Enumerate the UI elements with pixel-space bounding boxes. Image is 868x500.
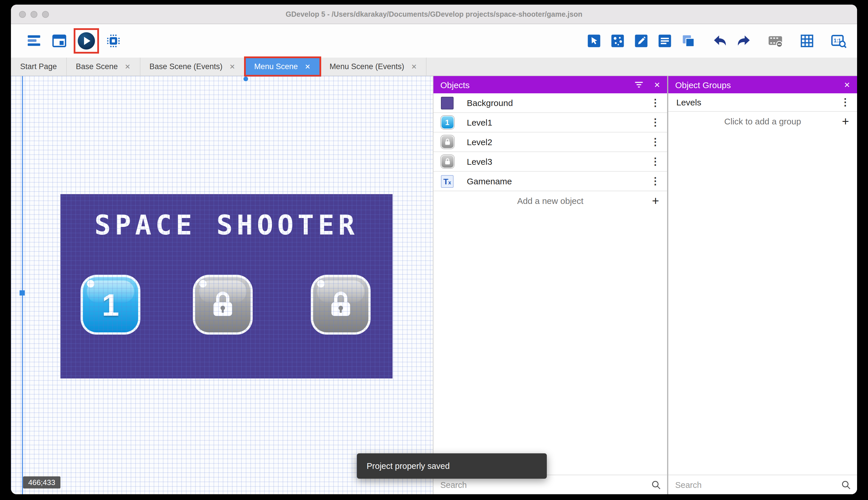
groups-search-input[interactable] [668, 479, 841, 490]
selection-handle[interactable] [244, 77, 248, 81]
add-object-row[interactable]: Add a new object + [433, 191, 667, 210]
object-groups-panel: Object Groups ✕ Levels ⋮ Click to add a … [667, 76, 857, 494]
objects-panel-spacer [433, 210, 667, 475]
tab-label: Menu Scene (Events) [329, 62, 404, 71]
tab-label: Menu Scene [254, 62, 298, 71]
search-icon[interactable] [841, 479, 851, 490]
lock-icon [208, 290, 238, 320]
toast-message: Project properly saved [367, 462, 450, 470]
background-swatch-icon [440, 96, 454, 110]
window-title: GDevelop 5 - /Users/dkarakay/Documents/G… [11, 10, 857, 18]
level-number: 1 [102, 287, 119, 322]
object-menu-icon[interactable]: ⋮ [644, 156, 667, 168]
objects-search-input[interactable] [433, 479, 651, 490]
undo-icon[interactable] [712, 33, 728, 49]
close-window-button[interactable] [19, 11, 26, 18]
main-area: SPACE SHOOTER 1 [11, 76, 857, 494]
close-icon[interactable]: ✕ [305, 62, 310, 70]
redo-icon[interactable] [736, 33, 752, 49]
game-title-text[interactable]: SPACE SHOOTER [60, 209, 392, 241]
tab-label: Base Scene [76, 62, 118, 71]
tab-base-scene[interactable]: Base Scene ✕ [67, 58, 140, 76]
desktop: GDevelop 5 - /Users/dkarakay/Documents/G… [0, 0, 868, 500]
scenes-icon[interactable] [51, 33, 67, 49]
object-row-level2[interactable]: Level2 ⋮ [433, 133, 667, 152]
text-object-icon: Tx [440, 174, 454, 188]
project-manager-icon[interactable] [26, 33, 42, 49]
add-object-plus-icon[interactable]: + [652, 191, 659, 210]
locked-button-icon [440, 155, 454, 169]
select-tool-icon[interactable] [586, 33, 602, 49]
level2-button-instance[interactable] [193, 275, 253, 335]
object-name: Level3 [467, 157, 644, 167]
selection-boundary-line [22, 76, 23, 494]
debugger-icon[interactable] [105, 33, 121, 49]
play-icon [78, 32, 95, 49]
level1-button-icon: 1 [440, 115, 454, 129]
groups-panel-spacer [668, 131, 857, 475]
close-icon[interactable]: ✕ [125, 62, 130, 70]
add-object-label: Add a new object [517, 196, 583, 206]
sparkle-decoration [199, 280, 207, 287]
selection-handle[interactable] [20, 290, 25, 296]
toast-notification: Project properly saved [357, 453, 547, 479]
object-name: Level1 [467, 117, 644, 127]
close-icon[interactable]: ✕ [230, 62, 235, 70]
object-row-level1[interactable]: 1 Level1 ⋮ [433, 113, 667, 133]
level3-button-instance[interactable] [311, 275, 371, 335]
titlebar: GDevelop 5 - /Users/dkarakay/Documents/G… [11, 4, 857, 24]
object-menu-icon[interactable]: ⋮ [644, 175, 667, 187]
group-name: Levels [676, 97, 833, 107]
add-group-label: Click to add a group [724, 116, 801, 126]
play-button[interactable] [77, 31, 96, 51]
object-menu-icon[interactable]: ⋮ [644, 116, 667, 128]
locked-button-icon [440, 135, 454, 149]
object-row-background[interactable]: Background ⋮ [433, 93, 667, 113]
sparkle-decoration [317, 280, 325, 287]
layers-icon[interactable] [680, 33, 696, 49]
tab-menu-scene[interactable]: Menu Scene ✕ [245, 58, 320, 76]
close-icon[interactable]: ✕ [411, 62, 417, 70]
object-groups-panel-header: Object Groups ✕ [668, 76, 857, 93]
gdevelop-window: GDevelop 5 - /Users/dkarakay/Documents/G… [11, 4, 857, 494]
tab-menu-scene-events[interactable]: Menu Scene (Events) ✕ [320, 58, 427, 76]
object-name: Background [467, 98, 644, 108]
lock-icon [326, 290, 356, 320]
sparkle-decoration [87, 280, 94, 287]
game-preview[interactable]: SPACE SHOOTER 1 [60, 194, 392, 378]
toolbar-left [26, 31, 121, 51]
cursor-coordinates: 466;433 [23, 476, 60, 488]
filter-icon[interactable] [634, 80, 644, 89]
add-group-plus-icon[interactable]: + [842, 112, 849, 131]
group-row-levels[interactable]: Levels ⋮ [668, 93, 857, 112]
scene-canvas[interactable]: SPACE SHOOTER 1 [11, 76, 433, 494]
close-panel-icon[interactable]: ✕ [844, 80, 850, 89]
object-row-level3[interactable]: Level3 ⋮ [433, 152, 667, 172]
toolbar: 1:1 [11, 24, 857, 58]
search-icon[interactable] [651, 479, 661, 490]
window-mask-icon[interactable] [767, 33, 783, 49]
zoom-1-1-icon[interactable]: 1:1 [831, 33, 847, 49]
tab-base-scene-events[interactable]: Base Scene (Events) ✕ [140, 58, 245, 76]
object-name: Gamename [467, 176, 644, 186]
object-groups-panel-title: Object Groups [675, 80, 833, 90]
minimize-window-button[interactable] [31, 11, 37, 18]
objects-panel-header: Objects ✕ [433, 76, 667, 93]
objects-panel-title: Objects [440, 80, 624, 90]
object-row-gamename[interactable]: Tx Gamename ⋮ [433, 172, 667, 191]
close-panel-icon[interactable]: ✕ [654, 80, 660, 89]
object-menu-icon[interactable]: ⋮ [644, 97, 667, 109]
particles-tool-icon[interactable] [610, 33, 626, 49]
group-menu-icon[interactable]: ⋮ [833, 96, 857, 108]
zoom-window-button[interactable] [42, 11, 49, 18]
object-menu-icon[interactable]: ⋮ [644, 136, 667, 148]
object-name: Level2 [467, 137, 644, 147]
toolbar-right: 1:1 [586, 33, 847, 49]
pencil-tool-icon[interactable] [633, 33, 649, 49]
level1-button-instance[interactable]: 1 [81, 275, 140, 335]
instances-list-icon[interactable] [657, 33, 673, 49]
add-group-row[interactable]: Click to add a group + [668, 112, 857, 131]
grid-icon[interactable] [799, 33, 815, 49]
tab-label: Start Page [20, 62, 57, 71]
tab-start-page[interactable]: Start Page [11, 58, 67, 76]
